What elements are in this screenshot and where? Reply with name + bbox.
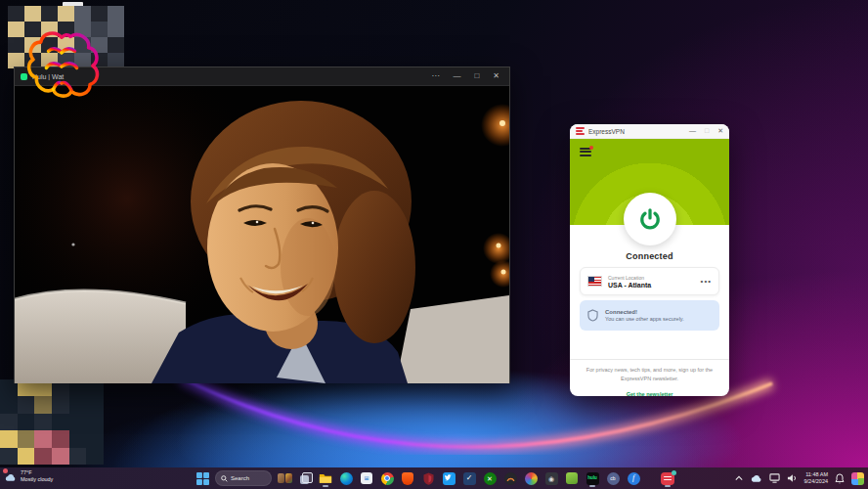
- microsoft-store-button[interactable]: ⊞: [359, 469, 374, 487]
- weather-condition: Mostly cloudy: [21, 476, 53, 483]
- task-view-button[interactable]: [297, 469, 313, 487]
- brave-browser-button[interactable]: [400, 469, 415, 487]
- green-box-app-button[interactable]: [564, 469, 580, 487]
- task-view-icon-front: [302, 472, 313, 483]
- media-thumbnail-icon: [285, 473, 292, 483]
- location-value: USA - Atlanta: [608, 282, 651, 289]
- maximize-icon[interactable]: □: [474, 72, 479, 80]
- gauge-app-button[interactable]: [502, 469, 518, 487]
- shield-icon: [587, 309, 598, 322]
- hidden-icons-chevron[interactable]: [735, 475, 743, 481]
- onedrive-cloud-icon[interactable]: [750, 473, 762, 483]
- taskbar: 77°F Mostly cloudy Search: [0, 467, 868, 489]
- cube-icon: [566, 472, 578, 484]
- expressvpn-window[interactable]: ExpressVPN — □ ✕ Connected Current Locat…: [570, 124, 729, 396]
- store-bag-icon: ⊞: [361, 472, 372, 484]
- camera-aperture-icon: ◉: [545, 472, 558, 485]
- pinwheel-icon: [525, 472, 538, 485]
- redacted-desktop-icons-bottom-left: [0, 379, 104, 465]
- chrome-browser-button[interactable]: [379, 469, 395, 487]
- vpn-window-title: ExpressVPN: [588, 128, 689, 135]
- check-app-button[interactable]: ✓: [461, 469, 477, 487]
- widgets-corner-icon[interactable]: [851, 472, 864, 485]
- edge-icon: [340, 472, 353, 485]
- vpn-minimize-icon[interactable]: —: [689, 127, 696, 135]
- xbox-icon: ✕: [484, 472, 497, 485]
- speed-gauge-icon: [504, 472, 517, 485]
- newsletter-text: For privacy news, tech tips, and more, s…: [583, 366, 716, 382]
- clock-time: 11:48 AM: [804, 471, 828, 478]
- blue-f-icon: f: [628, 472, 640, 485]
- search-label: Search: [231, 475, 249, 481]
- vpn-power-button[interactable]: [624, 193, 676, 245]
- expressvpn-taskbar-icon: [661, 472, 674, 485]
- blue-f-app-button[interactable]: f: [626, 469, 641, 487]
- vpn-close-icon[interactable]: ✕: [717, 127, 723, 135]
- info-body: You can use other apps securely.: [605, 316, 684, 322]
- rainbow-brain-logo: [23, 23, 100, 100]
- xbox-button[interactable]: ✕: [482, 469, 498, 487]
- taskbar-clock[interactable]: 11:48 AM 9/24/2024: [804, 471, 828, 486]
- volume-icon[interactable]: [787, 473, 798, 483]
- taskbar-chat-widget[interactable]: [277, 469, 292, 487]
- hulu-icon: hulu: [586, 472, 599, 485]
- search-input[interactable]: Search: [215, 470, 272, 486]
- edge-browser-button[interactable]: [338, 469, 354, 487]
- twitter-bird-icon: [445, 474, 454, 482]
- person-thumbnail-icon: [278, 473, 284, 483]
- pinwheel-app-button[interactable]: [523, 469, 539, 487]
- weather-widget[interactable]: 77°F Mostly cloudy: [4, 469, 53, 484]
- chrome-icon: [381, 472, 394, 485]
- notification-dot: [589, 146, 593, 150]
- cast-monitor-icon[interactable]: [769, 473, 780, 483]
- close-icon[interactable]: ✕: [493, 72, 499, 80]
- connected-info-box: Connected! You can use other apps secure…: [580, 300, 719, 331]
- weather-alert-badge: [3, 468, 8, 473]
- windows-logo-icon: [196, 472, 209, 485]
- cb-app-button[interactable]: cb: [605, 469, 621, 487]
- vpn-maximize-icon[interactable]: □: [705, 127, 709, 135]
- cb-icon: cb: [607, 472, 620, 485]
- vpn-connected-badge: [672, 470, 676, 475]
- check-icon: ✓: [463, 472, 476, 485]
- info-title: Connected!: [605, 309, 684, 315]
- shield-app-button[interactable]: [420, 469, 436, 487]
- location-options-icon[interactable]: •••: [701, 277, 712, 286]
- weather-temp: 77°F: [21, 469, 53, 476]
- minimize-icon[interactable]: —: [453, 72, 460, 80]
- expressvpn-logo-icon: [576, 127, 585, 135]
- vpn-status-text: Connected: [570, 251, 729, 261]
- search-icon: [221, 475, 228, 482]
- video-player-window[interactable]: Hulu | Wat ⋯ — □ ✕: [14, 67, 510, 383]
- get-newsletter-link[interactable]: Get the newsletter: [627, 391, 673, 396]
- us-flag-icon: [587, 276, 602, 287]
- hulu-app-button[interactable]: hulu: [585, 469, 600, 487]
- brave-lion-icon: [402, 472, 413, 485]
- folder-icon: [319, 472, 332, 484]
- expressvpn-taskbar-button[interactable]: [660, 469, 675, 487]
- current-location-card[interactable]: Current Location USA - Atlanta •••: [580, 267, 719, 295]
- file-explorer-button[interactable]: [318, 469, 333, 487]
- capture-app-button[interactable]: ◉: [543, 469, 559, 487]
- twitter-app-button[interactable]: [441, 469, 456, 487]
- start-button[interactable]: [195, 469, 210, 487]
- video-content[interactable]: [15, 86, 509, 383]
- notifications-bell-icon[interactable]: [835, 473, 845, 484]
- vpn-footer: For privacy news, tech tips, and more, s…: [570, 359, 729, 396]
- clock-date: 9/24/2024: [804, 478, 828, 485]
- more-options-icon[interactable]: ⋯: [431, 72, 439, 80]
- location-label: Current Location: [608, 275, 651, 281]
- hamburger-menu-icon[interactable]: [580, 148, 591, 157]
- red-shield-icon: [423, 472, 434, 485]
- power-icon: [637, 206, 663, 232]
- vpn-titlebar[interactable]: ExpressVPN — □ ✕: [570, 124, 729, 139]
